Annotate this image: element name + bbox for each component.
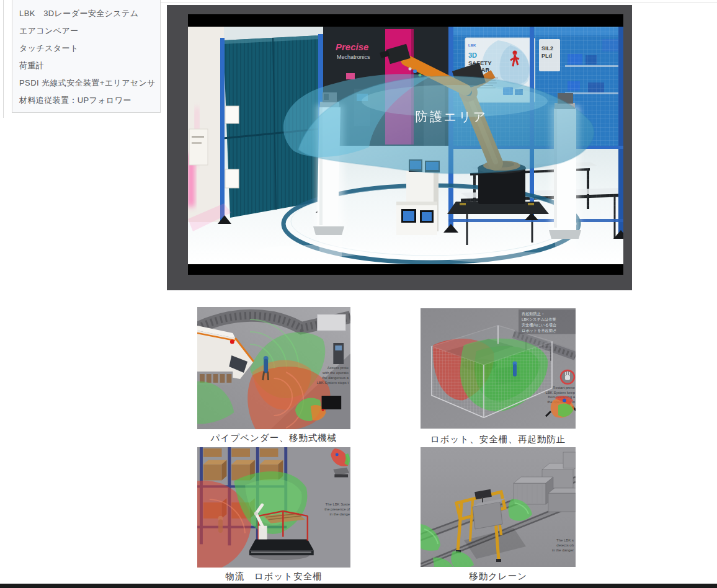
sidebar-link-touch-start[interactable]: タッチスタート	[19, 43, 79, 53]
sidebar-item-up-follower[interactable]: 材料追従装置：UPフォロワー	[19, 91, 160, 109]
robot-cage-scene: 再起動防止： LBKシステムは作業 安全柵内にいる場合 ロボットを再起動さ Re…	[421, 308, 576, 429]
sidebar-menu: LBK 3Dレーダー安全システム エアコンベアー タッチスタート 荷重計 PSD…	[12, 0, 161, 113]
photo-scene: Precise Mechatronics	[188, 27, 623, 264]
logistics-scene: The LBK Syste the presence of in the dan…	[197, 447, 350, 568]
caption-mobile-crane: 移動クレーン	[421, 571, 576, 582]
svg-text:安全柵内にいる場合: 安全柵内にいる場合	[522, 323, 556, 327]
video-scene: Precise Mechatronics	[188, 14, 623, 275]
content-top-rule	[161, 2, 717, 3]
svg-text:detects ob: detects ob	[556, 543, 574, 547]
sidebar-item-air-conveyor[interactable]: エアコンベアー	[19, 22, 160, 39]
svg-text:Restart preve: Restart preve	[553, 386, 576, 390]
sidebar-item-touch-start[interactable]: タッチスタート	[19, 39, 160, 56]
caption-logistics: 物流 ロボット安全柵	[197, 571, 350, 582]
sidebar-link-psdi-sensor[interactable]: PSDI 光線式安全装置+エリアセンサ	[19, 78, 156, 87]
svg-text:LBKシステムは作業: LBKシステムは作業	[522, 317, 556, 322]
crane-scene: The LBK s detects ob in the danger	[421, 447, 576, 567]
svg-text:The LBK Syste: The LBK Syste	[326, 502, 350, 506]
thumbnail-pipe-bender[interactable]: Access prote with the operato the danger…	[197, 307, 350, 429]
svg-text:with the operato: with the operato	[322, 371, 349, 375]
protection-zone-label: 防護エリア	[416, 110, 488, 123]
thumbnail-mobile-crane[interactable]: The LBK s detects ob in the danger	[421, 447, 576, 567]
sidebar-link-up-follower[interactable]: 材料追従装置：UPフォロワー	[19, 96, 131, 105]
svg-text:The LBK s: The LBK s	[556, 538, 574, 542]
page-left-rule	[3, 0, 4, 118]
video-player[interactable]: Precise Mechatronics	[188, 14, 623, 275]
svg-text:in the danger: in the danger	[552, 548, 574, 552]
svg-text:LBK System keep: LBK System keep	[545, 391, 575, 394]
thumbnail-logistics[interactable]: The LBK Syste the presence of in the dan…	[197, 447, 350, 568]
left-wall	[188, 27, 224, 222]
thumbnail-robot-cage[interactable]: 再起動防止： LBKシステムは作業 安全柵内にいる場合 ロボットを再起動さ Re…	[421, 308, 576, 429]
wall-sign-precise: Precise	[336, 42, 368, 52]
caption-robot-cage: ロボット、安全柵、再起動防止	[421, 434, 576, 445]
sidebar-menu-list: LBK 3Dレーダー安全システム エアコンベアー タッチスタート 荷重計 PSD…	[12, 0, 160, 109]
svg-text:the dangerous a: the dangerous a	[322, 376, 349, 380]
svg-text:in the dange: in the dange	[329, 512, 350, 516]
caption-pipe-bender: パイプベンダー、移動式機械	[197, 432, 350, 444]
wall-sign-mechatronics: Mechatronics	[337, 54, 370, 60]
sidebar-link-air-conveyor[interactable]: エアコンベアー	[19, 26, 79, 35]
sidebar-link-lbk-3d-radar[interactable]: LBK 3Dレーダー安全システム	[19, 9, 138, 18]
sidebar-item-psdi-sensor[interactable]: PSDI 光線式安全装置+エリアセンサ	[19, 74, 160, 91]
svg-text:ロボットを再起動さ: ロボットを再起動さ	[522, 328, 557, 333]
page-bottom-bar	[0, 584, 717, 588]
worker-figure	[513, 362, 517, 375]
svg-text:再起動防止：: 再起動防止：	[522, 311, 545, 316]
pipe-bender-scene: Access prote with the operato the danger…	[197, 307, 350, 429]
video-player-shell: Precise Mechatronics	[167, 5, 632, 290]
sidebar-item-lbk-3d-radar[interactable]: LBK 3Dレーダー安全システム	[19, 4, 160, 22]
sidebar-link-load-meter[interactable]: 荷重計	[19, 61, 44, 70]
sidebar-item-load-meter[interactable]: 荷重計	[19, 56, 160, 74]
restart-prevention-icon	[561, 370, 574, 384]
svg-text:LBK System stops t: LBK System stops t	[316, 381, 349, 385]
jp-note: 再起動防止： LBKシステムは作業 安全柵内にいる場合 ロボットを再起動さ	[519, 310, 576, 334]
svg-text:the presence of: the presence of	[324, 507, 350, 511]
svg-text:Access prote: Access prote	[327, 366, 349, 370]
